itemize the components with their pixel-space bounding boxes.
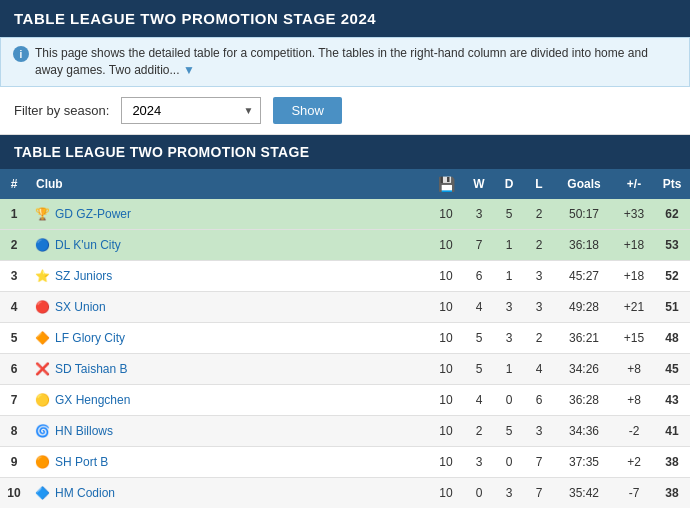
cell-diff: +15: [614, 322, 654, 353]
cell-goals: 34:26: [554, 353, 614, 384]
club-link[interactable]: SH Port B: [55, 455, 108, 469]
cell-pts: 62: [654, 199, 690, 230]
club-link[interactable]: GD GZ-Power: [55, 207, 131, 221]
col-pts: Pts: [654, 169, 690, 199]
table-row: 5 🔶 LF Glory City 10 5 3 2 36:21 +15 48: [0, 322, 690, 353]
club-icon: 🔶: [34, 330, 50, 346]
cell-d: 5: [494, 415, 524, 446]
table-body: 1 🏆 GD GZ-Power 10 3 5 2 50:17 +33 62 2 …: [0, 199, 690, 508]
cell-games: 10: [428, 384, 464, 415]
col-d: D: [494, 169, 524, 199]
club-link[interactable]: SZ Juniors: [55, 269, 112, 283]
table-row: 9 🟠 SH Port B 10 3 0 7 37:35 +2 38: [0, 446, 690, 477]
col-club: Club: [28, 169, 428, 199]
cell-games: 10: [428, 322, 464, 353]
cell-games: 10: [428, 446, 464, 477]
cell-l: 2: [524, 229, 554, 260]
club-icon: 🏆: [34, 206, 50, 222]
club-link[interactable]: DL K'un City: [55, 238, 121, 252]
cell-games: 10: [428, 415, 464, 446]
cell-rank: 2: [0, 229, 28, 260]
cell-pts: 43: [654, 384, 690, 415]
cell-rank: 8: [0, 415, 28, 446]
table-row: 4 🔴 SX Union 10 4 3 3 49:28 +21 51: [0, 291, 690, 322]
cell-diff: -7: [614, 477, 654, 508]
table-row: 2 🔵 DL K'un City 10 7 1 2 36:18 +18 53: [0, 229, 690, 260]
cell-games: 10: [428, 199, 464, 230]
cell-w: 4: [464, 384, 494, 415]
table-section-header: TABLE LEAGUE TWO PROMOTION STAGE: [0, 135, 690, 169]
cell-d: 1: [494, 229, 524, 260]
cell-pts: 51: [654, 291, 690, 322]
table-section-title: TABLE LEAGUE TWO PROMOTION STAGE: [14, 144, 309, 160]
cell-club: 🟠 SH Port B: [28, 446, 428, 477]
cell-rank: 10: [0, 477, 28, 508]
cell-diff: -2: [614, 415, 654, 446]
club-icon: 🟡: [34, 392, 50, 408]
cell-rank: 9: [0, 446, 28, 477]
cell-l: 2: [524, 322, 554, 353]
season-select[interactable]: 2024 2023 2022: [121, 97, 261, 124]
cell-rank: 1: [0, 199, 28, 230]
cell-pts: 52: [654, 260, 690, 291]
cell-rank: 5: [0, 322, 28, 353]
cell-club: 🟡 GX Hengchen: [28, 384, 428, 415]
cell-d: 0: [494, 446, 524, 477]
club-icon: 🔵: [34, 237, 50, 253]
cell-club: 🏆 GD GZ-Power: [28, 199, 428, 230]
club-icon: ⭐: [34, 268, 50, 284]
col-goals: Goals: [554, 169, 614, 199]
cell-l: 2: [524, 199, 554, 230]
cell-games: 10: [428, 353, 464, 384]
cell-goals: 45:27: [554, 260, 614, 291]
cell-goals: 36:28: [554, 384, 614, 415]
table-row: 6 ❌ SD Taishan B 10 5 1 4 34:26 +8 45: [0, 353, 690, 384]
col-rank: #: [0, 169, 28, 199]
cell-diff: +2: [614, 446, 654, 477]
cell-w: 0: [464, 477, 494, 508]
cell-club: ⭐ SZ Juniors: [28, 260, 428, 291]
season-select-wrapper: 2024 2023 2022 ▼: [121, 97, 261, 124]
info-expand-button[interactable]: ▼: [183, 63, 195, 77]
cell-games: 10: [428, 291, 464, 322]
cell-d: 3: [494, 322, 524, 353]
club-link[interactable]: HN Billows: [55, 424, 113, 438]
filter-label: Filter by season:: [14, 103, 109, 118]
cell-w: 3: [464, 199, 494, 230]
club-link[interactable]: HM Codion: [55, 486, 115, 500]
cell-w: 5: [464, 353, 494, 384]
cell-rank: 4: [0, 291, 28, 322]
cell-goals: 36:18: [554, 229, 614, 260]
club-link[interactable]: SX Union: [55, 300, 106, 314]
cell-pts: 48: [654, 322, 690, 353]
col-w: W: [464, 169, 494, 199]
club-icon: 🔷: [34, 485, 50, 501]
cell-goals: 37:35: [554, 446, 614, 477]
club-link[interactable]: LF Glory City: [55, 331, 125, 345]
cell-rank: 6: [0, 353, 28, 384]
table-row: 3 ⭐ SZ Juniors 10 6 1 3 45:27 +18 52: [0, 260, 690, 291]
cell-l: 3: [524, 415, 554, 446]
club-link[interactable]: GX Hengchen: [55, 393, 130, 407]
club-link[interactable]: SD Taishan B: [55, 362, 128, 376]
cell-rank: 7: [0, 384, 28, 415]
page-title: TABLE LEAGUE TWO PROMOTION STAGE 2024: [14, 10, 376, 27]
cell-l: 7: [524, 477, 554, 508]
cell-w: 7: [464, 229, 494, 260]
cell-pts: 41: [654, 415, 690, 446]
page-container: TABLE LEAGUE TWO PROMOTION STAGE 2024 i …: [0, 0, 690, 508]
cell-pts: 38: [654, 446, 690, 477]
table-header-row: # Club 💾 W D L Goals +/- Pts: [0, 169, 690, 199]
cell-w: 4: [464, 291, 494, 322]
cell-pts: 38: [654, 477, 690, 508]
cell-d: 3: [494, 291, 524, 322]
show-button[interactable]: Show: [273, 97, 342, 124]
table-row: 7 🟡 GX Hengchen 10 4 0 6 36:28 +8 43: [0, 384, 690, 415]
cell-l: 7: [524, 446, 554, 477]
cell-games: 10: [428, 229, 464, 260]
cell-d: 1: [494, 260, 524, 291]
cell-diff: +18: [614, 260, 654, 291]
cell-diff: +18: [614, 229, 654, 260]
club-icon: 🌀: [34, 423, 50, 439]
cell-w: 6: [464, 260, 494, 291]
